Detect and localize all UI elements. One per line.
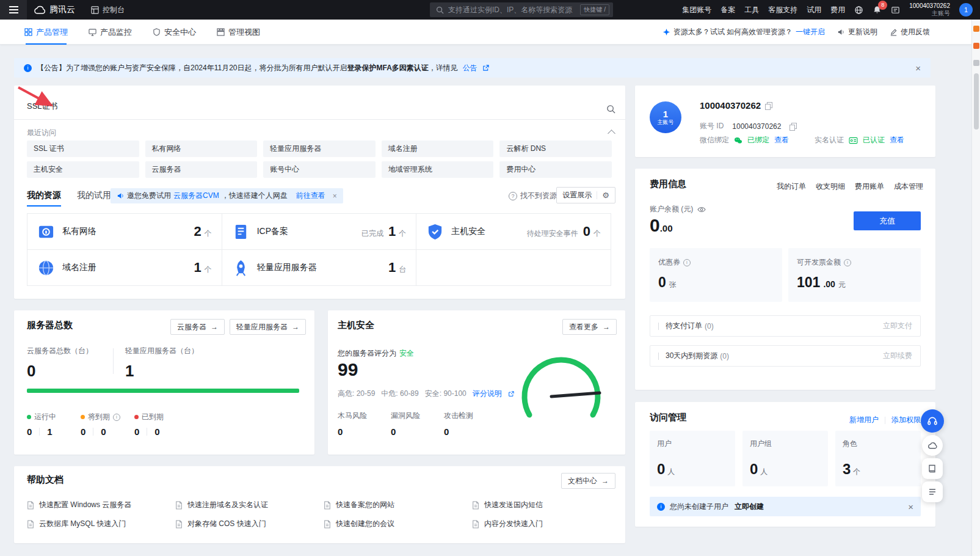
- recent-item[interactable]: 地域管理系统: [382, 161, 494, 178]
- help-link[interactable]: 云数据库 MySQL 快速入门: [27, 519, 175, 529]
- display-settings-button[interactable]: 设置展示: [556, 187, 615, 203]
- not-found-help-link[interactable]: ? 找不到资源: [509, 191, 557, 201]
- add-user-link[interactable]: 新增用户: [849, 415, 879, 425]
- recent-item[interactable]: 私有网络: [145, 141, 258, 157]
- groups-stat-box[interactable]: 用户组 0人: [742, 431, 828, 486]
- help-link[interactable]: 快速配置 Windows 云服务器: [27, 500, 175, 510]
- my-orders-link[interactable]: 我的订单: [777, 181, 806, 192]
- tab-my-resources[interactable]: 我的资源: [27, 190, 61, 201]
- promo-action-link[interactable]: 一键开启: [796, 27, 825, 37]
- menu-icp[interactable]: 备案: [720, 5, 735, 15]
- balance-label-row: 账户余额 (元): [650, 204, 706, 214]
- update-notes-link[interactable]: 更新说明: [837, 27, 877, 37]
- copy-icon[interactable]: [789, 123, 796, 130]
- account-avatar[interactable]: 1 主账号: [650, 101, 681, 133]
- banner-cvm-link[interactable]: 云服务器CVM: [173, 191, 219, 201]
- resource-search-input[interactable]: [27, 101, 552, 111]
- resource-lighthouse[interactable]: 轻量应用服务器 1台: [222, 250, 417, 286]
- support-float-button[interactable]: [921, 409, 944, 433]
- tab-product-monitor[interactable]: 产品监控: [89, 20, 132, 45]
- realname-view-link[interactable]: 查看: [890, 135, 904, 145]
- announcement-link[interactable]: 公告: [463, 63, 477, 73]
- scrollbar[interactable]: [971, 20, 980, 556]
- help-link[interactable]: 快速发送国内短信: [472, 500, 620, 510]
- tab-product-management[interactable]: 产品管理: [24, 20, 68, 45]
- recent-item[interactable]: 费用中心: [499, 161, 612, 178]
- pay-now-link[interactable]: 立即支付: [883, 321, 912, 331]
- recent-item[interactable]: 云服务器: [145, 161, 258, 178]
- tab-management-view[interactable]: 管理视图: [217, 20, 260, 45]
- recent-item[interactable]: 云解析 DNS: [499, 141, 612, 157]
- resource-promo[interactable]: 资源太多？试试 如何高效管理资源？ 一键开启: [662, 27, 825, 37]
- info-icon[interactable]: i: [844, 259, 851, 266]
- help-link[interactable]: 快速注册域名及实名认证: [175, 500, 324, 510]
- recent-item[interactable]: 轻量应用服务器: [263, 141, 376, 157]
- account-switcher[interactable]: 100040370262 主账号: [909, 2, 950, 18]
- globe-icon[interactable]: [854, 5, 863, 15]
- tab-my-trials[interactable]: 我的试用: [77, 190, 111, 201]
- feedback-link[interactable]: 使用反馈: [890, 27, 930, 37]
- cost-mgmt-link[interactable]: 成本管理: [894, 181, 923, 192]
- notice-close-icon[interactable]: ×: [908, 502, 913, 511]
- global-search-input[interactable]: [448, 5, 576, 14]
- copy-icon[interactable]: [765, 102, 772, 109]
- tab-security-center[interactable]: 安全中心: [153, 20, 196, 45]
- scrollbar-marker[interactable]: [973, 43, 979, 49]
- banner-close-icon[interactable]: ×: [333, 192, 337, 200]
- banner-action-link[interactable]: 前往查看: [296, 191, 325, 201]
- gear-icon[interactable]: [602, 191, 609, 200]
- hamburger-menu-button[interactable]: [0, 0, 27, 20]
- avatar[interactable]: 1: [959, 3, 973, 16]
- help-link[interactable]: 内容分发快速入门: [472, 519, 620, 529]
- invoice-box[interactable]: 可开发票金额i 101.00元: [788, 248, 921, 302]
- scrollbar-thumb[interactable]: [974, 73, 979, 130]
- recharge-button[interactable]: 充值: [854, 211, 921, 230]
- menu-billing[interactable]: 费用: [830, 5, 845, 15]
- menu-support[interactable]: 客服支持: [768, 5, 797, 15]
- info-icon[interactable]: i: [113, 414, 120, 421]
- help-link[interactable]: 快速创建您的会议: [324, 519, 472, 529]
- menu-group-account[interactable]: 集团账号: [682, 5, 711, 15]
- add-policy-link[interactable]: 添加权限: [891, 415, 921, 425]
- cloud-float-button[interactable]: [922, 435, 943, 456]
- resource-domain[interactable]: 域名注册 1个: [27, 250, 222, 286]
- recent-item[interactable]: 账号中心: [263, 161, 376, 178]
- ticket-icon[interactable]: [891, 5, 900, 15]
- console-link[interactable]: 控制台: [85, 5, 131, 15]
- coupon-box[interactable]: 优惠券i 0张: [650, 248, 782, 302]
- scrollbar-marker[interactable]: [973, 26, 979, 32]
- resource-icp[interactable]: ICP备案 已完成1个: [222, 214, 417, 250]
- announcement-close-icon[interactable]: ×: [915, 64, 921, 73]
- docs-float-button[interactable]: [922, 458, 943, 479]
- recent-item[interactable]: SSL 证书: [27, 141, 139, 157]
- doc-center-button[interactable]: 文档中心: [561, 473, 615, 489]
- menu-tools[interactable]: 工具: [744, 5, 759, 15]
- search-icon[interactable]: [606, 104, 615, 114]
- wechat-view-link[interactable]: 查看: [774, 135, 789, 145]
- recent-item[interactable]: 域名注册: [382, 141, 494, 157]
- info-icon[interactable]: i: [683, 259, 691, 266]
- score-help-link[interactable]: 评分说明: [473, 389, 502, 399]
- renew-now-link[interactable]: 立即续费: [883, 351, 912, 361]
- survey-float-button[interactable]: [922, 481, 943, 502]
- tencent-cloud-logo[interactable]: 腾讯云: [27, 4, 85, 15]
- create-now-link[interactable]: 立即创建: [735, 502, 764, 512]
- resource-vpc[interactable]: 私有网络 2个: [27, 214, 222, 250]
- help-link[interactable]: 快速备案您的网站: [324, 500, 472, 510]
- scrollbar-marker[interactable]: [973, 60, 979, 66]
- users-stat-box[interactable]: 用户 0人: [650, 431, 735, 486]
- cvm-button[interactable]: 云服务器: [170, 319, 225, 335]
- notification-bell-icon[interactable]: 8: [873, 5, 882, 15]
- transactions-link[interactable]: 收支明细: [816, 181, 845, 192]
- roles-stat-box[interactable]: 角色 3个: [835, 431, 921, 486]
- recent-item[interactable]: 主机安全: [27, 161, 139, 178]
- collapse-chevron-icon[interactable]: [608, 130, 615, 137]
- global-search[interactable]: 快捷键 /: [430, 2, 613, 17]
- help-link[interactable]: 对象存储 COS 快速入门: [175, 519, 324, 529]
- bills-link[interactable]: 费用账单: [855, 181, 884, 192]
- lighthouse-button[interactable]: 轻量应用服务器: [230, 319, 306, 335]
- menu-trial[interactable]: 试用: [807, 5, 821, 15]
- eye-icon[interactable]: [697, 206, 706, 213]
- view-more-button[interactable]: 查看更多: [562, 319, 617, 335]
- resource-host-security[interactable]: 主机安全 待处理安全事件0个: [416, 214, 611, 250]
